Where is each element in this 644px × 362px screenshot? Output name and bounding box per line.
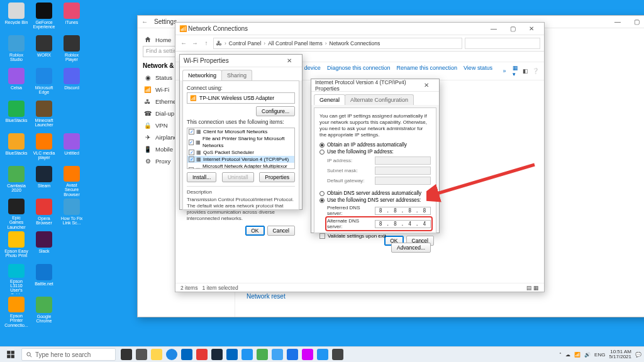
help-icon[interactable]: ❔	[532, 68, 539, 74]
preferred-dns-field[interactable]: 8 . 8 . 8 . 8	[375, 207, 431, 215]
volume-icon[interactable]: 🔊	[584, 352, 591, 358]
toolbar-link[interactable]: Diagnose this connection	[327, 65, 391, 71]
address-search[interactable]	[465, 38, 540, 49]
close-button[interactable]: ✕	[280, 55, 298, 67]
ipv4-titlebar[interactable]: Internet Protocol Version 4 (TCP/IPv4) P…	[311, 79, 439, 92]
maximize-button[interactable]: ▢	[504, 23, 521, 35]
radio-ip-manual[interactable]: Use the following IP address:	[319, 149, 431, 155]
clock[interactable]: 10:51 AM 5/17/2021	[609, 349, 631, 359]
mail-icon[interactable]	[181, 349, 192, 360]
explorer-task-icon[interactable]	[332, 349, 343, 360]
opera-icon[interactable]	[196, 349, 208, 360]
preview-icon[interactable]: ◧	[523, 68, 528, 74]
desktop-icon[interactable]: Recycle Bin	[4, 3, 29, 33]
maximize-button[interactable]: ▢	[628, 16, 644, 28]
nav-back-icon[interactable]: ←	[179, 39, 188, 48]
install-button[interactable]: Install...	[187, 172, 216, 182]
settings-task-icon[interactable]	[272, 349, 283, 360]
explorer-icon[interactable]	[151, 349, 162, 360]
network-item[interactable]: ✓▦File and Printer Sharing for Microsoft…	[187, 135, 294, 149]
taskview-icon[interactable]	[136, 349, 147, 360]
close-button[interactable]: ✕	[418, 80, 435, 91]
desktop-icon[interactable]: Discord	[59, 68, 84, 98]
desktop-icon[interactable]: How To Fix Link Sc...	[59, 199, 84, 229]
desktop-icon[interactable]: Epic Games Launcher	[4, 199, 29, 229]
desktop-icon[interactable]: BlueStacks	[4, 101, 29, 131]
tab-networking[interactable]: Networking	[182, 70, 222, 80]
tab-general[interactable]: General	[314, 94, 345, 105]
configure-button[interactable]: Configure...	[256, 106, 295, 116]
desktop-icon[interactable]: Roblox Player	[59, 35, 84, 65]
steam-icon[interactable]	[211, 349, 223, 360]
taskbar-search[interactable]: Type here to search	[21, 348, 116, 361]
desktop-icon[interactable]: Slack	[31, 231, 57, 261]
desktop-icon[interactable]: Google Chrome	[31, 297, 57, 327]
desktop-icon[interactable]: Untitled	[59, 133, 84, 163]
desktop-icon[interactable]: Minecraft Launcher	[31, 101, 57, 131]
network-item[interactable]: ▦Microsoft Network Adapter Multiplexor P…	[187, 163, 294, 169]
desktop-icon[interactable]: Epson Printer Connectio...	[4, 297, 29, 327]
nav-up-icon[interactable]: ↑	[202, 39, 211, 48]
desktop-icon[interactable]: BlueStacks	[4, 133, 29, 163]
desktop-icon[interactable]: Epson Easy Photo Print	[4, 231, 29, 261]
desktop-icon[interactable]: Celsa	[4, 68, 29, 98]
radio-dns-manual[interactable]: Use the following DNS server addresses:	[319, 197, 431, 203]
minimize-button[interactable]: —	[485, 23, 502, 35]
uninstall-button[interactable]: Uninstall	[222, 172, 254, 182]
radio-dns-auto[interactable]: Obtain DNS server address automatically	[319, 190, 431, 196]
onedrive-icon[interactable]: ☁	[565, 352, 570, 358]
tray-chevron-icon[interactable]: ˄	[559, 352, 562, 358]
desktop-icon[interactable]: Epson L3110 User's Guide	[4, 264, 29, 294]
desktop-icon[interactable]: Opera Browser	[31, 199, 57, 229]
desktop-icon[interactable]: GeForce Experience	[31, 3, 57, 33]
toolbar-link[interactable]: Rename this connection	[396, 65, 457, 71]
nav-fwd-icon[interactable]: →	[191, 39, 199, 48]
edge-icon[interactable]	[166, 349, 177, 360]
cortana-icon[interactable]	[121, 349, 132, 360]
desktop-icon[interactable]: Microsoft Edge	[31, 68, 57, 98]
ip-address-field	[375, 156, 431, 165]
notifications-icon[interactable]: 💬	[635, 352, 641, 358]
desktop-icon[interactable]: VLC media player	[31, 133, 57, 163]
store-icon[interactable]	[226, 349, 238, 360]
network-item[interactable]: ✓▦Client for Microsoft Networks	[187, 128, 294, 135]
ok-button[interactable]: OK	[245, 226, 264, 236]
language-indicator[interactable]: ENG	[594, 352, 605, 358]
back-icon[interactable]: ←	[142, 18, 154, 25]
validate-checkbox[interactable]: Validate settings upon exit	[319, 233, 431, 239]
network-item[interactable]: ✓▦Internet Protocol Version 4 (TCP/IPv4)	[187, 156, 294, 163]
desktop-icon[interactable]: iTunes	[59, 3, 84, 33]
properties-button[interactable]: Properties	[259, 172, 295, 182]
desktop-icon[interactable]: Roblox Studio	[4, 35, 29, 65]
wifiprop-panel: Connect using: 📶TP-LINK Wireless USB Ada…	[182, 80, 299, 210]
close-button[interactable]: ✕	[523, 23, 540, 35]
wifi-icon[interactable]: 📶	[574, 352, 580, 358]
cancel-button[interactable]: Cancel	[267, 226, 295, 236]
desktop-icon[interactable]: WORX	[31, 35, 57, 65]
word-icon[interactable]	[242, 349, 253, 360]
toolbar-more[interactable]: »	[503, 68, 506, 74]
desktop-icon[interactable]: Battle.net	[31, 264, 57, 294]
advanced-button[interactable]: Advanced...	[391, 243, 431, 253]
netcon-titlebar[interactable]: 📶 Network Connections — ▢ ✕	[175, 23, 544, 35]
paint-icon[interactable]	[317, 349, 328, 360]
chrome-icon[interactable]	[287, 349, 298, 360]
radio-ip-auto[interactable]: Obtain an IP address automatically	[319, 142, 431, 148]
network-item[interactable]: ✓▦QoS Packet Scheduler	[187, 149, 294, 156]
onenote-icon[interactable]	[302, 349, 313, 360]
minimize-button[interactable]: —	[609, 16, 626, 28]
desktop-icon[interactable]: Avast Secure Browser	[59, 166, 84, 196]
view-icon[interactable]: ▦ ▾	[513, 65, 519, 77]
network-items-list[interactable]: ✓▦Client for Microsoft Networks✓▦File an…	[187, 128, 295, 169]
camtasia-icon[interactable]	[257, 349, 268, 360]
wifiprop-titlebar[interactable]: Wi-Fi Properties ✕	[180, 55, 302, 67]
start-button[interactable]	[3, 347, 19, 362]
alternate-dns-field[interactable]: 8 . 8 . 4 . 4	[375, 220, 431, 228]
view-mode-icons[interactable]: ▤ ▦	[526, 285, 539, 293]
tab-sharing[interactable]: Sharing	[221, 70, 252, 80]
breadcrumb[interactable]: 🖧 ›Control Panel ›All Control Panel Item…	[213, 38, 462, 49]
desktop-icon[interactable]: Steam	[31, 166, 57, 196]
desktop-icon[interactable]: Camtasia 2020	[4, 166, 29, 196]
tab-alternate[interactable]: Alternate Configuration	[345, 94, 414, 105]
svg-line-6	[30, 355, 31, 356]
